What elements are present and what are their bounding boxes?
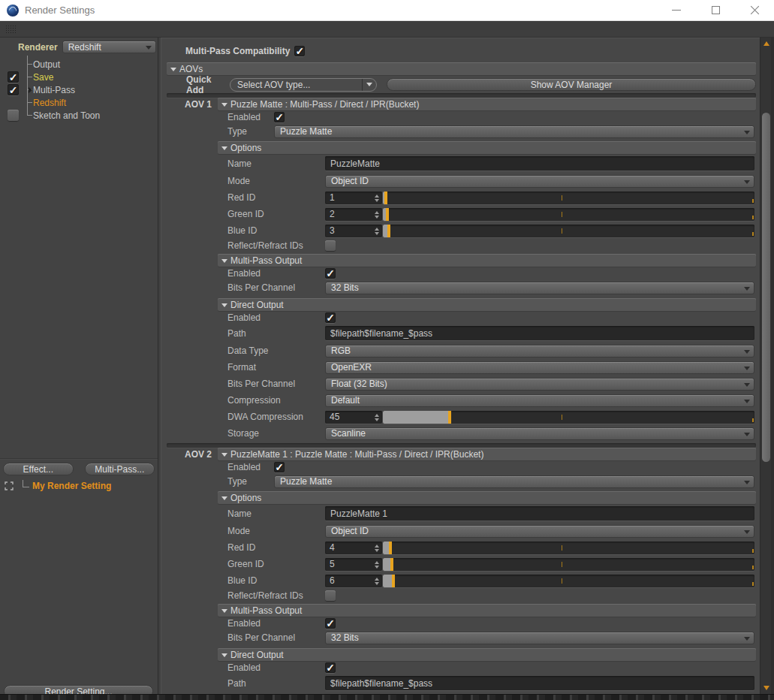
aov-type-dropdown[interactable]: Select AOV type... xyxy=(230,78,377,92)
sketch-and-toon-enabled-checkbox[interactable] xyxy=(8,110,19,121)
aov1-green-id-stepper[interactable]: 2 xyxy=(325,208,382,221)
aov2-direct-output-header[interactable]: Direct Output xyxy=(218,648,756,661)
render-setting-list-item[interactable]: My Render Setting xyxy=(0,479,158,493)
aov1-data-type-dropdown[interactable]: RGB xyxy=(325,345,754,358)
aov1-options-header[interactable]: Options xyxy=(218,141,756,154)
tree-item-output[interactable]: Output xyxy=(0,58,158,71)
tree-item-multi-pass[interactable]: Multi-Pass xyxy=(0,83,158,96)
aov1-index-label: AOV 1 xyxy=(167,99,218,110)
aov1-enabled-checkbox[interactable]: ✓ xyxy=(274,112,285,122)
window-bottom-edge[interactable] xyxy=(0,694,774,700)
stepper-arrows-icon[interactable] xyxy=(375,414,379,421)
aov2-header[interactable]: PuzzleMatte 1 : Puzzle Matte : Multi-Pas… xyxy=(218,448,756,460)
aov1-type-dropdown[interactable]: Puzzle Matte xyxy=(274,125,754,138)
type-label: Type xyxy=(167,476,274,487)
aov1-green-id-slider[interactable] xyxy=(383,208,754,221)
tree-item-sketch-and-toon[interactable]: Sketch and Toon xyxy=(0,109,158,122)
save-enabled-checkbox[interactable]: ✓ xyxy=(8,71,19,83)
aov2-red-id-slider[interactable] xyxy=(383,542,754,554)
stepper-arrows-icon[interactable] xyxy=(375,545,379,552)
aov1-mp-enabled-checkbox[interactable]: ✓ xyxy=(325,268,336,279)
mode-label: Mode xyxy=(167,526,325,536)
minimize-button[interactable] xyxy=(657,0,696,21)
aov1-format-dropdown[interactable]: OpenEXR xyxy=(325,361,754,374)
renderer-dropdown-value: Redshift xyxy=(68,42,101,53)
aovs-section-header[interactable]: AOVs xyxy=(167,62,756,75)
aov1-blue-id-slider[interactable] xyxy=(383,225,754,237)
sidebar: Renderer Redshift Output Save Multi-Pass… xyxy=(0,38,158,700)
scroll-down-button[interactable] xyxy=(760,683,772,693)
multi-pass-enabled-checkbox[interactable]: ✓ xyxy=(8,84,19,95)
arrow-up-icon xyxy=(763,38,769,46)
aov1-reflect-refract-checkbox[interactable] xyxy=(325,240,336,251)
aov1-mode-dropdown[interactable]: Object ID xyxy=(325,175,754,188)
data-type-label: Data Type xyxy=(167,345,325,356)
aov2-path-input[interactable]: $filepath$filename_$pass xyxy=(325,676,754,690)
collapse-caret-icon xyxy=(221,453,227,460)
aov2-mode-dropdown[interactable]: Object ID xyxy=(325,525,754,538)
format-label: Format xyxy=(167,362,325,373)
aov2-multipass-output-header[interactable]: Multi-Pass Output xyxy=(218,604,756,617)
aov1-mp-bits-dropdown[interactable]: 32 Bits xyxy=(325,282,754,294)
maximize-button[interactable] xyxy=(696,0,735,21)
palette-grip-handle[interactable] xyxy=(5,25,16,34)
aov1-multipass-output-header[interactable]: Multi-Pass Output xyxy=(218,254,756,267)
stepper-arrows-icon[interactable] xyxy=(375,561,379,569)
stepper-arrows-icon[interactable] xyxy=(375,195,379,202)
aov1-do-bits-dropdown[interactable]: Float (32 Bits) xyxy=(325,378,754,391)
aov2-enabled-checkbox[interactable]: ✓ xyxy=(274,462,285,472)
aov1-header[interactable]: Puzzle Matte : Multi-Pass / Direct / IPR… xyxy=(218,98,756,110)
aov1-dwa-stepper[interactable]: 45 xyxy=(325,411,382,424)
renderer-dropdown[interactable]: Redshift xyxy=(62,41,156,53)
title-bar: Render Settings xyxy=(0,0,774,21)
aov1-direct-output-header[interactable]: Direct Output xyxy=(218,298,756,311)
stepper-arrows-icon[interactable] xyxy=(375,211,379,219)
blue-id-label: Blue ID xyxy=(167,575,325,586)
multi-pass-compatibility-checkbox[interactable]: ✓ xyxy=(294,46,305,56)
aov2-do-enabled-checkbox[interactable]: ✓ xyxy=(325,662,336,673)
aov2-type-dropdown[interactable]: Puzzle Matte xyxy=(274,475,754,488)
stepper-arrows-icon[interactable] xyxy=(375,578,379,585)
aov2-blue-id-stepper[interactable]: 6 xyxy=(325,575,382,587)
green-id-label: Green ID xyxy=(167,209,325,219)
red-id-label: Red ID xyxy=(167,542,325,553)
aov1-red-id-stepper[interactable]: 1 xyxy=(325,192,382,204)
cinema4d-logo-icon xyxy=(7,5,19,17)
scroll-up-button[interactable] xyxy=(760,38,772,49)
type-label: Type xyxy=(167,126,274,137)
tree-item-save[interactable]: Save xyxy=(0,71,158,83)
aov2-options-header[interactable]: Options xyxy=(218,491,756,504)
expand-arrow-icon[interactable] xyxy=(29,87,32,93)
aov2-reflect-refract-checkbox[interactable] xyxy=(325,590,336,601)
aov2-red-id-stepper[interactable]: 4 xyxy=(325,542,382,554)
aov1-red-id-slider[interactable] xyxy=(383,192,754,204)
aov1-storage-dropdown[interactable]: Scanline xyxy=(325,427,754,440)
aov2-green-id-stepper[interactable]: 5 xyxy=(325,558,382,571)
aov1-compression-dropdown[interactable]: Default xyxy=(325,394,754,407)
tree-item-redshift[interactable]: Redshift xyxy=(0,96,158,109)
chevron-down-icon xyxy=(744,433,750,439)
aov1-dwa-slider[interactable] xyxy=(383,411,754,424)
aov2-mp-enabled-checkbox[interactable]: ✓ xyxy=(325,618,336,629)
aov2-mp-bits-dropdown[interactable]: 32 Bits xyxy=(325,632,754,644)
close-button[interactable] xyxy=(735,0,774,21)
aov1-do-enabled-checkbox[interactable]: ✓ xyxy=(325,312,336,323)
window-title: Render Settings xyxy=(25,5,95,16)
chevron-down-icon xyxy=(744,131,750,137)
vertical-scrollbar[interactable] xyxy=(760,38,771,694)
show-aov-manager-button[interactable]: Show AOV Manager xyxy=(387,78,756,91)
stepper-arrows-icon[interactable] xyxy=(375,228,379,235)
dropdown-arrow-segment[interactable] xyxy=(362,79,376,91)
tree-branch-icon xyxy=(23,480,29,487)
scrollbar-thumb[interactable] xyxy=(762,113,770,462)
aov1-path-input[interactable]: $filepath$filename_$pass xyxy=(325,326,754,340)
aov2-blue-id-slider[interactable] xyxy=(383,575,754,587)
close-icon xyxy=(750,5,760,15)
aov1-name-input[interactable]: PuzzleMatte xyxy=(325,156,754,170)
multi-pass-compatibility-label: Multi-Pass Compatibility xyxy=(167,46,290,56)
aov2-green-id-slider[interactable] xyxy=(383,558,754,571)
multi-pass-button[interactable]: Multi-Pass... xyxy=(85,463,155,475)
aov1-blue-id-stepper[interactable]: 3 xyxy=(325,225,382,237)
aov2-name-input[interactable]: PuzzleMatte 1 xyxy=(325,506,754,520)
effect-button[interactable]: Effect... xyxy=(3,463,74,475)
